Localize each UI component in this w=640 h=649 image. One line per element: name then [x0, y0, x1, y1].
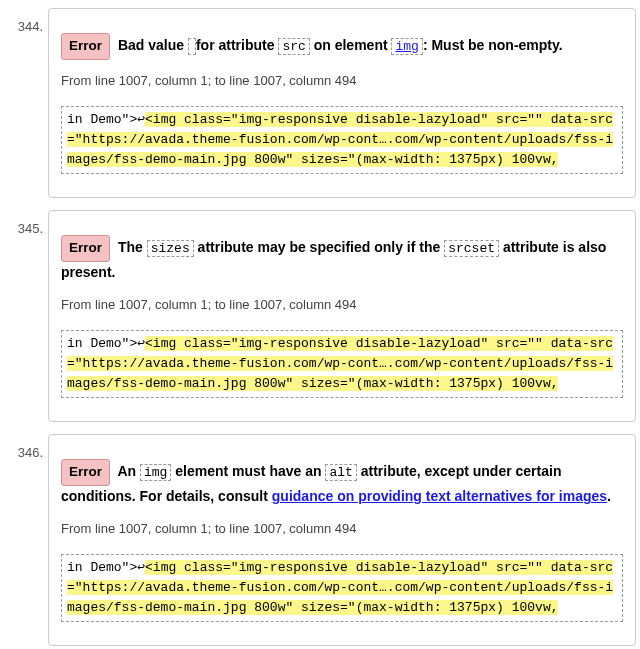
code-token: sizes [147, 240, 194, 257]
error-badge: Error [61, 33, 110, 60]
validation-message: 344.Error Bad value for attribute src on… [48, 8, 636, 198]
highlighted-source: <img class="img-responsive disable-lazyl… [67, 336, 613, 391]
source-location: From line 1007, column 1; to line 1007, … [61, 521, 623, 536]
code-token: img [391, 38, 422, 55]
highlighted-source: <img class="img-responsive disable-lazyl… [67, 112, 613, 167]
code-token [188, 38, 196, 55]
code-token: srcset [444, 240, 499, 257]
source-extract: in Demo">↩<img class="img-responsive dis… [61, 554, 623, 622]
message-headline: Error The sizes attribute may be specifi… [61, 235, 623, 284]
message-number: 344. [5, 19, 43, 34]
message-headline: Error Bad value for attribute src on ele… [61, 33, 623, 60]
source-extract: in Demo">↩<img class="img-responsive dis… [61, 330, 623, 398]
message-number: 345. [5, 221, 43, 236]
validation-message: 345.Error The sizes attribute may be spe… [48, 210, 636, 422]
source-location: From line 1007, column 1; to line 1007, … [61, 73, 623, 88]
source-extract: in Demo">↩<img class="img-responsive dis… [61, 106, 623, 174]
source-location: From line 1007, column 1; to line 1007, … [61, 297, 623, 312]
validation-message-list: 344.Error Bad value for attribute src on… [4, 8, 636, 649]
element-reference-link[interactable]: img [391, 37, 422, 53]
code-token: alt [325, 464, 356, 481]
code-token: img [140, 464, 171, 481]
error-badge: Error [61, 459, 110, 486]
highlighted-source: <img class="img-responsive disable-lazyl… [67, 560, 613, 615]
message-headline: Error An img element must have an alt at… [61, 459, 623, 508]
validation-message: 346.Error An img element must have an al… [48, 434, 636, 646]
code-token: src [278, 38, 309, 55]
guidance-link[interactable]: guidance on providing text alternatives … [272, 488, 607, 504]
error-badge: Error [61, 235, 110, 262]
message-number: 346. [5, 445, 43, 460]
